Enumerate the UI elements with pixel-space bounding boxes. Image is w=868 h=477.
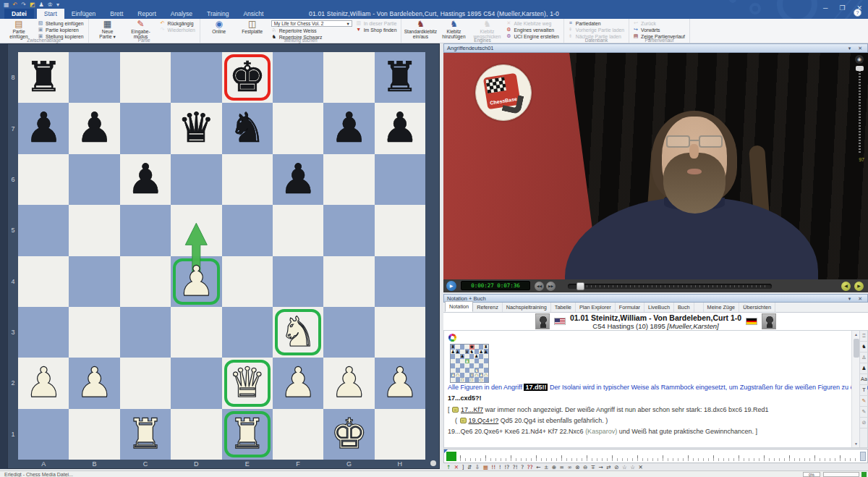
square-d2[interactable] bbox=[171, 358, 221, 408]
redo-icon[interactable]: ↷ bbox=[21, 1, 26, 9]
square-f1[interactable] bbox=[273, 409, 323, 460]
square-b3[interactable] bbox=[69, 307, 119, 358]
white-king-g1[interactable]: ♚ bbox=[323, 409, 374, 460]
annotation-symbol[interactable]: ☆ bbox=[622, 464, 627, 470]
square-c8[interactable] bbox=[120, 52, 171, 103]
white-pawn-a2[interactable]: ♟ bbox=[18, 358, 69, 408]
rewind-button[interactable]: ◀◀ bbox=[535, 282, 544, 291]
annotation-symbol[interactable]: ? bbox=[521, 464, 524, 470]
white-rook-c1[interactable]: ♜ bbox=[120, 409, 171, 460]
next-button[interactable]: ▶ bbox=[854, 282, 864, 291]
volume-slider[interactable] bbox=[859, 67, 861, 154]
evaluation-profile[interactable] bbox=[443, 449, 868, 463]
annotation-symbol[interactable]: ⊗ bbox=[575, 464, 579, 470]
black-piece-icon[interactable]: ♞ bbox=[860, 342, 868, 353]
tab-start[interactable]: Start bbox=[37, 9, 64, 19]
square-f5[interactable] bbox=[273, 205, 323, 256]
notation-tab-meine-züge[interactable]: Meine Züge bbox=[703, 303, 740, 312]
white-pawn-d4[interactable]: ♟ bbox=[171, 256, 221, 307]
square-g6[interactable] bbox=[323, 154, 374, 205]
black-pawn-f6[interactable]: ♟ bbox=[273, 154, 323, 205]
square-h3[interactable] bbox=[375, 307, 425, 358]
video-pane-controls[interactable]: ▾ ✕ bbox=[848, 44, 865, 53]
tab-datei[interactable]: Datei bbox=[4, 9, 34, 19]
ribbon-button[interactable]: ⇞Vorherige Partie laden bbox=[568, 27, 624, 33]
ribbon-button[interactable]: ▦Neue Partie ▾ bbox=[93, 20, 123, 39]
pencil-icon[interactable]: ✎ bbox=[860, 396, 868, 407]
square-e6[interactable] bbox=[222, 154, 273, 205]
app-board-icon[interactable]: ▦ bbox=[4, 1, 9, 9]
annotation-symbol[interactable]: ✕ bbox=[638, 464, 642, 470]
square-b6[interactable] bbox=[69, 154, 119, 205]
square-a3[interactable] bbox=[18, 307, 69, 358]
square-c2[interactable] bbox=[120, 358, 171, 408]
collapse-variation-icon[interactable]: − bbox=[460, 418, 467, 423]
black-pawn-c6[interactable]: ♟ bbox=[120, 154, 171, 205]
white-pawn-h2[interactable]: ♟ bbox=[375, 358, 425, 408]
square-h4[interactable] bbox=[375, 256, 425, 307]
ribbon-button[interactable]: ♞Kiebitz hinzufügen bbox=[438, 20, 469, 39]
eval-scroll-end[interactable] bbox=[860, 452, 866, 461]
black-pawn-a7[interactable]: ♟ bbox=[18, 103, 69, 153]
square-f7[interactable] bbox=[273, 103, 323, 153]
tab-brett[interactable]: Brett bbox=[103, 9, 130, 19]
move-link[interactable]: 17...Kf7 bbox=[461, 406, 483, 413]
square-c3[interactable] bbox=[120, 307, 171, 358]
black-queen-d7[interactable]: ♛ bbox=[171, 103, 221, 153]
square-b5[interactable] bbox=[69, 205, 119, 256]
seek-knob[interactable] bbox=[576, 282, 584, 290]
notation-tab-plan-explorer[interactable]: Plan Explorer bbox=[576, 303, 616, 312]
white-pawn-g2[interactable]: ♟ bbox=[323, 358, 374, 408]
square-g3[interactable] bbox=[323, 307, 374, 358]
square-f8[interactable] bbox=[273, 52, 323, 103]
black-knight-e7[interactable]: ♞ bbox=[222, 103, 273, 153]
ribbon-button[interactable]: ✕Alle Kiebitze weg bbox=[506, 20, 558, 26]
square-d8[interactable] bbox=[171, 52, 221, 103]
erase-icon[interactable]: ⊘ bbox=[860, 418, 868, 429]
pen-icon[interactable]: ✎ bbox=[860, 407, 868, 418]
maximize-icon[interactable]: ❐ bbox=[839, 5, 845, 12]
notation-tab-formular[interactable]: Formular bbox=[616, 303, 644, 312]
tab-report[interactable]: Report bbox=[130, 9, 163, 19]
square-e5[interactable] bbox=[222, 205, 273, 256]
ribbon-button[interactable]: ▤Partie einfügen bbox=[4, 20, 34, 39]
ribbon-button[interactable]: ↩Zurück bbox=[633, 20, 685, 26]
notation-tab-livebuch[interactable]: LiveBuch bbox=[644, 303, 674, 312]
notation-tab-übersichten[interactable]: Übersichten bbox=[739, 303, 775, 312]
black-pawn-g7[interactable]: ♟ bbox=[323, 103, 374, 153]
ribbon-button[interactable]: ▧Stellung einfügen bbox=[38, 20, 84, 26]
annotation-symbol[interactable]: ?! bbox=[513, 464, 518, 470]
annotation-symbol[interactable]: ↑ bbox=[446, 464, 451, 470]
previous-button[interactable]: ◀ bbox=[841, 282, 851, 291]
ribbon-button[interactable]: ≡Partiedaten bbox=[568, 20, 624, 26]
square-a4[interactable] bbox=[18, 256, 69, 307]
square-c4[interactable] bbox=[120, 256, 171, 307]
annotation-symbol[interactable]: ✕ bbox=[454, 464, 459, 470]
square-g8[interactable] bbox=[323, 52, 374, 103]
ribbon-button[interactable]: ▥In dieser Partie bbox=[356, 20, 397, 26]
white-pawn-b2[interactable]: ♟ bbox=[69, 358, 119, 408]
annotation-symbol[interactable]: ← bbox=[536, 464, 540, 470]
notation-tab-tabelle[interactable]: Tabelle bbox=[551, 303, 576, 312]
square-d6[interactable] bbox=[171, 154, 221, 205]
ribbon-button[interactable]: ⚙Engines verwalten bbox=[506, 27, 558, 33]
ribbon-button[interactable]: ♞Kiebitz wegschicken bbox=[472, 20, 502, 39]
square-c5[interactable] bbox=[120, 205, 171, 256]
ribbon-button[interactable]: ↶Rückgängig bbox=[160, 20, 195, 26]
notation-content[interactable]: ♜♚♜♟♟♛♞♟♟♟♟♟♞♟♟♛♟♟♟♜♜♚ Alle Figuren in d… bbox=[443, 330, 868, 448]
caret-down-icon[interactable]: ▾ bbox=[56, 1, 59, 9]
black-rook-h8[interactable]: ♜ bbox=[375, 52, 425, 103]
square-a1[interactable] bbox=[18, 409, 69, 460]
square-d5[interactable] bbox=[171, 205, 221, 256]
ribbon-button[interactable]: ♞Standardkiebitz ein/aus bbox=[405, 20, 435, 39]
square-h1[interactable] bbox=[375, 409, 425, 460]
annotation-symbol[interactable]: ⊖ bbox=[583, 464, 587, 470]
annotation-symbol[interactable]: → bbox=[599, 464, 603, 470]
square-d1[interactable] bbox=[171, 409, 221, 460]
annotation-symbol[interactable]: ∓ bbox=[591, 464, 595, 470]
notation-tab-nachspieltraining[interactable]: Nachspieltraining bbox=[503, 303, 551, 312]
annotation-symbol[interactable]: ⊘ bbox=[614, 464, 618, 470]
play-button[interactable]: ▶ bbox=[446, 281, 456, 291]
minimize-icon[interactable]: ─ bbox=[823, 5, 827, 12]
square-g4[interactable] bbox=[323, 256, 374, 307]
